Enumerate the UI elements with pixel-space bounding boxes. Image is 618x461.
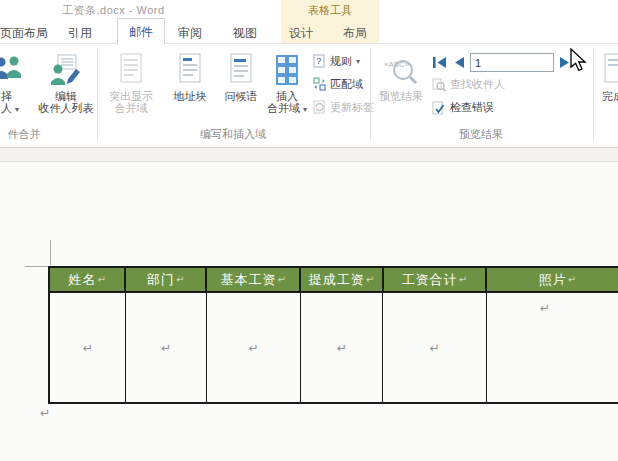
finish-merge-icon bbox=[602, 53, 618, 87]
check-for-errors-button[interactable]: 检查错误 bbox=[432, 100, 494, 115]
header-cell-commission[interactable]: 提成工资↵ bbox=[301, 268, 383, 291]
tab-view[interactable]: 视图 bbox=[233, 25, 257, 42]
ribbon: 择 人 ▾ 编辑 收件人列表 件合并 bbox=[0, 44, 618, 148]
margin-crop-mark-horizontal bbox=[25, 266, 49, 267]
preview-results-group-label: 预览结果 bbox=[431, 127, 531, 142]
insert-merge-field-button[interactable]: 插入 合并域 ▾ bbox=[264, 52, 310, 138]
greeting-line-icon bbox=[218, 53, 264, 87]
edit-recipient-list-icon bbox=[36, 53, 96, 87]
find-recipient-button[interactable]: 查找收件人 bbox=[432, 77, 505, 92]
header-cell-name[interactable]: 姓名↵ bbox=[50, 268, 126, 291]
body-cell-photo[interactable]: ↵ bbox=[487, 293, 618, 402]
paragraph-mark: ↵ bbox=[40, 406, 50, 420]
body-cell-name[interactable]: ↵ bbox=[50, 293, 126, 402]
salary-table[interactable]: 姓名↵ 部门↵ 基本工资↵ 提成工资↵ 工资合计↵ 照片↵ ↵ ↵ ↵ ↵ ↵ … bbox=[48, 266, 618, 404]
header-cell-base-salary[interactable]: 基本工资↵ bbox=[207, 268, 301, 291]
cell-mark: ↵ bbox=[98, 274, 106, 285]
document-area[interactable]: 姓名↵ 部门↵ 基本工资↵ 提成工资↵ 工资合计↵ 照片↵ ↵ ↵ ↵ ↵ ↵ … bbox=[0, 148, 618, 461]
previous-record-button[interactable] bbox=[452, 56, 465, 69]
finish-merge-button[interactable]: 完成 bbox=[600, 52, 618, 138]
update-labels-button[interactable]: 更新标签 bbox=[313, 98, 374, 116]
record-navigation bbox=[432, 53, 572, 72]
preview-results-button[interactable]: «ABC» 预览结果 bbox=[372, 52, 430, 138]
highlight-merge-fields-icon bbox=[100, 53, 162, 87]
group-divider bbox=[370, 48, 371, 140]
insert-merge-field-icon bbox=[264, 53, 310, 87]
match-fields-icon bbox=[313, 77, 326, 91]
first-record-button[interactable] bbox=[432, 56, 447, 69]
find-recipient-icon bbox=[432, 78, 446, 92]
check-for-errors-icon bbox=[432, 101, 446, 115]
cell-mark: ↵ bbox=[176, 274, 184, 285]
tab-mailings[interactable]: 邮件 bbox=[117, 18, 165, 45]
mouse-cursor bbox=[570, 48, 587, 76]
tab-table-layout[interactable]: 布局 bbox=[343, 25, 367, 42]
cell-mark: ↵ bbox=[366, 274, 374, 285]
dropdown-caret: ▾ bbox=[15, 105, 19, 114]
document-title: 工资条.docx - Word bbox=[62, 3, 165, 18]
select-recipients-button[interactable]: 择 人 ▾ bbox=[0, 52, 28, 138]
tab-table-design[interactable]: 设计 bbox=[289, 25, 313, 42]
word-window: 工资条.docx - Word 表格工具 页面布局 引用 邮件 审阅 视图 设计… bbox=[0, 0, 618, 461]
edit-recipient-list-button[interactable]: 编辑 收件人列表 bbox=[36, 52, 96, 138]
tab-references[interactable]: 引用 bbox=[68, 25, 92, 42]
header-cell-department[interactable]: 部门↵ bbox=[126, 268, 206, 291]
match-fields-button[interactable]: 匹配域 bbox=[313, 75, 363, 93]
ribbon-tab-row: 页面布局 引用 邮件 审阅 视图 设计 布局 bbox=[0, 18, 618, 44]
margin-crop-mark-vertical bbox=[50, 240, 51, 265]
cell-mark: ↵ bbox=[459, 274, 467, 285]
body-cell-base-salary[interactable]: ↵ bbox=[207, 293, 301, 402]
address-block-button[interactable]: 地址块 bbox=[164, 52, 216, 138]
go-to-record-input[interactable] bbox=[470, 53, 554, 72]
rules-button[interactable]: ? 规则 ▾ bbox=[313, 52, 360, 70]
tab-review[interactable]: 审阅 bbox=[178, 25, 202, 42]
tab-page-layout[interactable]: 页面布局 bbox=[0, 25, 48, 42]
cell-mark: ↵ bbox=[568, 274, 576, 285]
table-header-row: 姓名↵ 部门↵ 基本工资↵ 提成工资↵ 工资合计↵ 照片↵ bbox=[48, 266, 618, 293]
header-cell-total-salary[interactable]: 工资合计↵ bbox=[384, 268, 487, 291]
table-body-row: ↵ ↵ ↵ ↵ ↵ ↵ bbox=[48, 293, 618, 404]
table-tools-label: 表格工具 bbox=[281, 3, 379, 18]
address-block-icon bbox=[164, 53, 216, 87]
write-insert-group-label: 编写和插入域 bbox=[183, 127, 283, 142]
group-divider bbox=[97, 48, 98, 140]
highlight-merge-fields-button[interactable]: 突出显示 合并域 bbox=[100, 52, 162, 138]
body-cell-department[interactable]: ↵ bbox=[126, 293, 206, 402]
dropdown-caret: ▾ bbox=[303, 105, 307, 114]
svg-text:?: ? bbox=[316, 56, 321, 66]
select-recipients-icon bbox=[0, 53, 28, 87]
title-bar: 工资条.docx - Word 表格工具 bbox=[0, 0, 618, 18]
dropdown-caret: ▾ bbox=[356, 57, 360, 66]
update-labels-icon bbox=[313, 100, 326, 114]
cell-mark: ↵ bbox=[277, 274, 285, 285]
header-cell-photo[interactable]: 照片↵ bbox=[487, 268, 618, 291]
rules-icon: ? bbox=[313, 54, 326, 68]
preview-results-icon: «ABC» bbox=[372, 53, 430, 87]
greeting-line-button[interactable]: 问候语 bbox=[218, 52, 264, 138]
group-divider bbox=[593, 48, 594, 140]
body-cell-total-salary[interactable]: ↵ bbox=[383, 293, 486, 402]
start-mail-merge-group-label: 件合并 bbox=[0, 127, 48, 142]
body-cell-commission[interactable]: ↵ bbox=[301, 293, 383, 402]
